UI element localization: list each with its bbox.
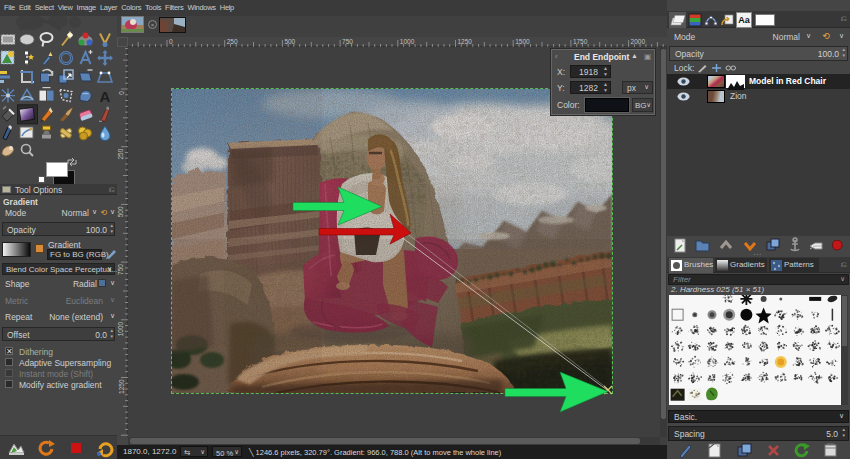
svg-text:1000: 1000 (118, 321, 125, 336)
svg-text:1750: 1750 (573, 38, 588, 45)
svg-text:750: 750 (342, 38, 353, 45)
svg-text:0: 0 (169, 38, 173, 45)
svg-text:1250: 1250 (458, 38, 473, 45)
svg-text:250: 250 (118, 148, 125, 159)
svg-text:250: 250 (227, 38, 238, 45)
svg-text:500: 500 (284, 38, 295, 45)
svg-text:A: A (100, 88, 111, 105)
svg-text:2000: 2000 (631, 38, 646, 45)
svg-text:750: 750 (118, 264, 125, 275)
svg-text:1500: 1500 (515, 38, 530, 45)
svg-text:0: 0 (118, 91, 125, 95)
svg-text:500: 500 (118, 206, 125, 217)
svg-text:1250: 1250 (118, 379, 125, 394)
svg-text:1000: 1000 (400, 38, 415, 45)
